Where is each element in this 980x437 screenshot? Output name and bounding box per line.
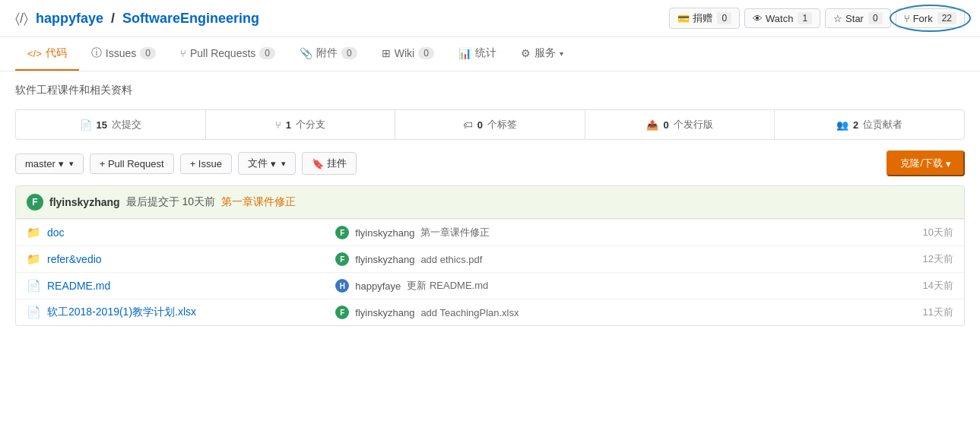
branch-chevron: ▾ [59,158,64,169]
header: 〈/〉 happyfaye / SoftwareEngineering 💳 捐赠… [0,0,980,37]
file-name-col: 📄 README.md [27,279,335,293]
contributors-icon: 👥 [836,119,848,131]
watch-count: 1 [798,12,812,24]
tab-pr-label: Pull Requests [190,47,255,59]
tab-issues[interactable]: ⓘ Issues 0 [79,37,168,71]
file-sheet-icon: 📄 [27,306,41,319]
issue-button[interactable]: + Issue [180,154,232,174]
table-row: 📁 refer&vedio F flyinskyzhang add ethics… [16,245,964,272]
watch-button[interactable]: 👁 Watch 1 [744,8,820,28]
commits-icon: 📄 [80,119,92,131]
row-avatar: F [335,252,349,266]
branches-label: 个分支 [296,118,325,131]
row-author: happyfaye [355,280,401,292]
pr-btn-label: + Pull Request [100,158,164,169]
row-avatar: F [335,306,349,319]
file-doc-icon: 📄 [27,279,41,293]
file-time-col: 12天前 [799,252,953,266]
star-count: 0 [868,12,883,24]
contributors-count: 2 [853,119,858,131]
row-message: 更新 README.md [407,279,488,293]
bookmark-label: 挂件 [327,157,347,170]
attach-badge: 0 [341,47,357,59]
file-time-col: 11天前 [799,306,953,319]
commits-count: 15 [97,119,107,131]
file-link[interactable]: README.md [47,280,110,292]
toolbar-left: master ▾ + Pull Request + Issue 文件 ▾ 🔖 挂… [15,152,357,175]
contributors-label: 位贡献者 [863,118,902,131]
row-author: flyinskyzhang [355,254,414,265]
commit-avatar: F [27,194,43,211]
file-name-col: 📄 软工2018-2019(1)教学计划.xlsx [27,306,335,319]
toolbar-right: 克隆/下载 ▾ [886,150,965,176]
pr-badge: 0 [259,47,275,59]
table-row: 📄 软工2018-2019(1)教学计划.xlsx F flyinskyzhan… [16,299,964,325]
star-button[interactable]: ☆ Star 0 [825,8,891,28]
pull-request-button[interactable]: + Pull Request [90,154,174,174]
header-left: 〈/〉 happyfaye / SoftwareEngineering [15,11,259,27]
header-right: 💳 捐赠 0 👁 Watch 1 ☆ Star 0 ⑂ Fork 22 [669,8,965,29]
bookmark-icon: 🔖 [312,158,324,169]
row-message: add ethics.pdf [420,254,482,265]
file-name-col: 📁 refer&vedio [27,252,335,266]
file-link[interactable]: refer&vedio [47,253,102,265]
fork-icon: ⑂ [904,13,910,24]
fork-wrapper: ⑂ Fork 22 [896,8,965,28]
file-button[interactable]: 文件 ▾ [238,152,296,175]
tab-code[interactable]: </> 代码 [15,37,79,71]
file-chevron: ▾ [271,158,276,169]
donate-button[interactable]: 💳 捐赠 0 [669,8,740,29]
branch-selector[interactable]: master ▾ [15,154,84,174]
star-icon: ☆ [833,13,842,24]
clone-chevron: ▾ [946,158,951,169]
tab-wiki[interactable]: ⊞ Wiki 0 [369,38,446,70]
tab-services-label: 服务 [534,46,556,60]
tab-stats-label: 统计 [475,46,496,60]
bookmark-button[interactable]: 🔖 挂件 [302,152,357,175]
stat-tags[interactable]: 🏷 0 个标签 [395,110,585,139]
tab-code-label: 代码 [46,46,67,60]
commit-link[interactable]: 第一章课件修正 [221,195,296,209]
tab-services[interactable]: ⚙ 服务 ▾ [509,37,576,71]
stat-contributors[interactable]: 👥 2 位贡献者 [775,110,964,139]
wiki-badge: 0 [418,47,434,59]
services-chevron: ▾ [560,49,563,58]
commits-label: 次提交 [112,118,141,131]
clone-button[interactable]: 克隆/下载 ▾ [886,150,965,176]
row-avatar: H [335,279,349,293]
stat-branches[interactable]: ⑂ 1 个分支 [206,110,396,139]
file-link[interactable]: doc [47,226,65,239]
releases-count: 0 [663,119,668,131]
tab-attachments[interactable]: 📎 附件 0 [287,37,369,71]
file-link[interactable]: 软工2018-2019(1)教学计划.xlsx [47,306,196,319]
row-message: add TeachingPlan.xlsx [420,307,519,318]
row-avatar: F [335,226,349,239]
files-container: F flyinskyzhang 最后提交于 10天前 第一章课件修正 📁 doc… [15,185,965,326]
watch-label: Watch [766,13,793,24]
fork-button[interactable]: ⑂ Fork 22 [896,8,965,28]
star-label: Star [845,13,864,24]
repo-owner-link[interactable]: happyfaye [36,11,103,26]
stats-bar: 📄 15 次提交 ⑂ 1 个分支 🏷 0 个标签 📤 0 个发行版 👥 2 位贡… [15,109,965,140]
repo-name-link[interactable]: SoftwareEngineering [122,11,259,26]
stat-commits[interactable]: 📄 15 次提交 [16,110,206,139]
tags-icon: 🏷 [463,119,473,131]
file-name-col: 📁 doc [27,226,335,239]
releases-label: 个发行版 [674,118,713,131]
file-time-col: 10天前 [799,226,953,239]
eye-icon: 👁 [753,13,763,24]
branch-label: master [25,158,56,169]
tab-issues-label: Issues [106,47,136,59]
branches-icon: ⑂ [275,119,281,131]
file-table: 📁 doc F flyinskyzhang 第一章课件修正 10天前 📁 ref… [15,219,965,326]
tab-stats[interactable]: 📊 统计 [446,37,509,71]
services-icon: ⚙ [521,47,531,59]
file-commit-col: F flyinskyzhang 第一章课件修正 [335,226,799,239]
tab-pull-requests[interactable]: ⑂ Pull Requests 0 [168,38,287,70]
fork-count: 22 [937,12,956,24]
file-commit-col: F flyinskyzhang add ethics.pdf [335,252,799,266]
table-row: 📁 doc F flyinskyzhang 第一章课件修正 10天前 [16,219,964,245]
commit-author[interactable]: flyinskyzhang [49,196,120,208]
stat-releases[interactable]: 📤 0 个发行版 [585,110,775,139]
tab-wiki-label: Wiki [395,47,414,59]
